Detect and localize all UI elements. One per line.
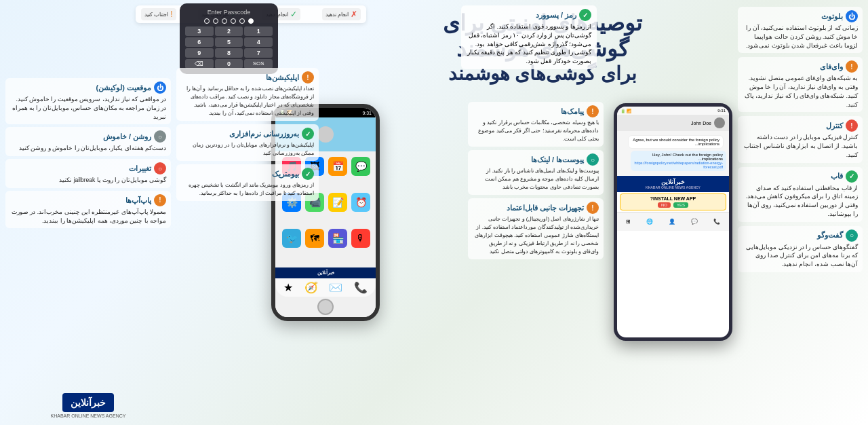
- nav-contacts[interactable]: 👤: [669, 219, 675, 225]
- app-messages: 💬: [351, 157, 370, 176]
- app-maps: 🗺: [305, 229, 324, 248]
- nav-phone[interactable]: 📞: [713, 219, 720, 225]
- wallpaper-circle: [317, 126, 334, 143]
- nav-browser[interactable]: 🌐: [646, 219, 653, 225]
- install-app-banner: INSTALL NEW APP? YES NO: [620, 193, 726, 210]
- nav-apps[interactable]: ⊞: [626, 219, 631, 225]
- tip-control-title: ! کنترل: [743, 119, 858, 132]
- tip-case: ✓ قاب از قاب محافظتی استفاده کنید که صدا…: [738, 167, 863, 222]
- tip-update-title: ✓ به‌روزرسانی نرم‌افزاری: [181, 128, 314, 140]
- key-8[interactable]: 8: [215, 48, 243, 58]
- password-icon: ✓: [579, 9, 591, 21]
- app-store: 🏪: [328, 229, 347, 248]
- tip-links: ○ پیوست‌ها / لینک‌ها پیوست‌ها و لینک‌های…: [468, 150, 604, 195]
- key-emergency[interactable]: SOS: [244, 59, 273, 69]
- usb-cable: [671, 337, 675, 341]
- key-3[interactable]: 3: [185, 26, 214, 36]
- key-2[interactable]: 2: [215, 26, 243, 36]
- passcode-hint: Enter Passcode: [185, 9, 273, 16]
- android-mockup: 9:31 📶 🔋 John Doe Agree, but we should c…: [614, 103, 732, 341]
- right-tips: ⏻ موقعیت (لوکیشن) در مواقعی که نیاز ندار…: [0, 0, 176, 425]
- chat-header: John Doe: [617, 115, 729, 131]
- tip-voicetalk-title: ○ گفت‌وگو: [743, 229, 858, 242]
- key-6[interactable]: 6: [185, 37, 214, 47]
- key-7[interactable]: 7: [244, 48, 273, 58]
- tip-control: ! کنترل کنترل فیزیکی موبایل را در دست دا…: [738, 116, 863, 162]
- tip-case-title: ✓ قاب: [743, 170, 858, 183]
- tip-power: ○ روشن / خاموش دست‌کم هفته‌ای یکبار، موب…: [5, 127, 171, 156]
- install-no-btn[interactable]: NO: [658, 202, 671, 208]
- app-calendar: 📅: [328, 157, 347, 176]
- chat-area: Agree, but we should consider the foreig…: [617, 131, 729, 176]
- key-5[interactable]: 5: [215, 37, 243, 47]
- app-notes: 📝: [328, 193, 347, 212]
- case-icon: ✓: [846, 170, 858, 183]
- tip-messages-title: ! پیامک‌ها: [473, 105, 599, 117]
- dock-music: ★: [283, 281, 293, 294]
- android-navbar: 📞 💬 👤 🌐 ⊞: [617, 212, 729, 231]
- tip-changes-title: ○ تغییرات: [10, 162, 166, 174]
- key-1[interactable]: 1: [244, 26, 273, 36]
- tip-popups-title: ! پاپ‌آپ‌ها: [10, 194, 166, 206]
- tip-apps: ! اپلیکیشن‌ها تعداد اپلیکیشن‌های نصب‌شده…: [176, 68, 319, 121]
- android-time: 9:31: [717, 109, 726, 113]
- tip-password: ✓ رمز / پسوورد از رمزها و پسوورد قوی است…: [461, 5, 597, 69]
- key-4[interactable]: 4: [244, 37, 273, 47]
- bluetooth-icon: ⏻: [846, 10, 858, 22]
- main-container: ✗ انجام ندهید ✓ انجام دهید ✓ غیرفعال کنی…: [0, 0, 868, 425]
- key-del[interactable]: ⌫: [185, 59, 214, 69]
- passcode-keypad: 1 2 3 4 5 6 7 8 9 SOS 0 ⌫: [185, 26, 273, 69]
- chat-avatar: [714, 117, 725, 128]
- trusted-icon: !: [587, 202, 599, 214]
- tip-location-title: ⏻ موقعیت (لوکیشن): [10, 81, 166, 94]
- logo-subtitle: KHABAR ONLINE NEWS AGENCY: [5, 413, 171, 418]
- iphone-logo: خبرآنلاین: [275, 267, 376, 278]
- tip-trusted: ! تجهیزات جانبی قابل‌اعتماد تنها از شارژ…: [468, 198, 604, 259]
- tip-trusted-title: ! تجهیزات جانبی قابل‌اعتماد: [473, 202, 599, 214]
- iphone-dock: 📞 ✉️ 🧭 ★: [275, 278, 376, 297]
- tip-links-title: ○ پیوست‌ها / لینک‌ها: [473, 153, 599, 166]
- links-icon: ○: [587, 153, 599, 166]
- popups-icon: !: [154, 194, 166, 206]
- nav-msg[interactable]: 💬: [691, 219, 698, 225]
- tip-apps-title: ! اپلیکیشن‌ها: [181, 71, 314, 84]
- bottom-right-logo: خبرآنلاین KHABAR ONLINE NEWS AGENCY: [5, 386, 171, 418]
- middle-tips: ! اپلیکیشن‌ها تعداد اپلیکیشن‌های نصب‌شده…: [176, 68, 319, 201]
- apps-icon: !: [302, 71, 314, 84]
- dock-mail: ✉️: [329, 281, 342, 294]
- android-screen: 9:31 📶 🔋 John Doe Agree, but we should c…: [617, 107, 729, 337]
- tip-changes: ○ تغییرات گوشی موبایل‌تان را روت یا jail…: [5, 159, 171, 188]
- location-icon: ⏻: [154, 81, 166, 94]
- key-9[interactable]: 9: [185, 48, 214, 58]
- left-tips: ⏻ بلوتوث زمانی که از بلوتوث استفاده نمی‌…: [732, 0, 868, 425]
- tip-update: ✓ به‌روزرسانی نرم‌افزاری اپلیکیشن‌ها و ن…: [176, 124, 319, 161]
- changes-icon: ○: [154, 162, 166, 174]
- dock-phone: 📞: [354, 281, 368, 294]
- logo-khabaronline: خبرآنلاین: [62, 393, 114, 412]
- passcode-dots: [185, 18, 273, 24]
- voice-icon: ○: [846, 229, 858, 242]
- tip-wifi: ! وای‌فای به شبکه‌های وای‌فای عمومی متصل…: [738, 57, 863, 112]
- app-podcast: 🎙: [351, 229, 370, 248]
- chat-link: https://foreignpolicy.net/whitepapers/ra…: [634, 161, 723, 169]
- update-icon: ✓: [302, 128, 314, 140]
- tip-power-title: ○ روشن / خاموش: [10, 130, 166, 143]
- tip-biometric: ✓ بیومتریک از رمزهای ورود بیومتریک مانند…: [176, 164, 319, 201]
- wifi-icon: !: [846, 60, 858, 73]
- iphone-home-button[interactable]: [317, 299, 334, 315]
- chat-sent-1: Hey, John! Check out the foreign policy …: [631, 151, 726, 171]
- key-0[interactable]: 0: [215, 59, 243, 69]
- tip-password-title: ✓ رمز / پسوورد: [467, 9, 591, 21]
- tip-bluetooth-title: ⏻ بلوتوث: [743, 10, 858, 22]
- tip-messages: ! پیامک‌ها با هیچ وسیله شخصی، مکالمات حس…: [468, 102, 604, 147]
- android-logo-banner: خبرآنلاین KHABAR ONLINE NEWS AGENCY: [617, 176, 729, 192]
- tip-popups: ! پاپ‌آپ‌ها معمولا پاپ‌آپ‌های غیرمنتظره …: [5, 191, 171, 229]
- tip-wifi-title: ! وای‌فای: [743, 60, 858, 73]
- power-icon: ○: [154, 130, 166, 143]
- messages-icon: !: [587, 105, 599, 117]
- install-yes-btn[interactable]: YES: [673, 202, 688, 208]
- center-content: Enter Passcode 1 2 3 4 5 6 7 8 9 SOS: [176, 0, 732, 425]
- tip-voicetalk: ○ گفت‌وگو گفتگوهای حساس را در نزدیکی موب…: [738, 226, 863, 272]
- tip-biometric-title: ✓ بیومتریک: [181, 168, 314, 180]
- dock-safari: 🧭: [304, 281, 318, 294]
